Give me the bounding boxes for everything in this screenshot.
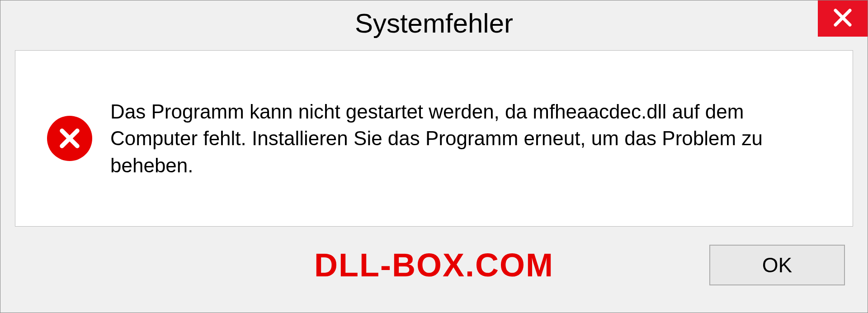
footer: DLL-BOX.COM OK (0, 227, 868, 304)
error-message: Das Programm kann nicht gestartet werden… (110, 98, 830, 179)
error-dialog: Systemfehler Das Programm kann nicht ges… (0, 0, 868, 313)
watermark-text: DLL-BOX.COM (314, 247, 554, 284)
error-icon-wrap (47, 116, 92, 161)
titlebar: Systemfehler (0, 0, 868, 46)
ok-button[interactable]: OK (709, 245, 845, 285)
content-panel: Das Programm kann nicht gestartet werden… (15, 50, 853, 227)
close-button[interactable] (818, 0, 868, 37)
close-icon (832, 7, 854, 30)
dialog-title: Systemfehler (355, 8, 513, 39)
error-icon (47, 116, 92, 161)
